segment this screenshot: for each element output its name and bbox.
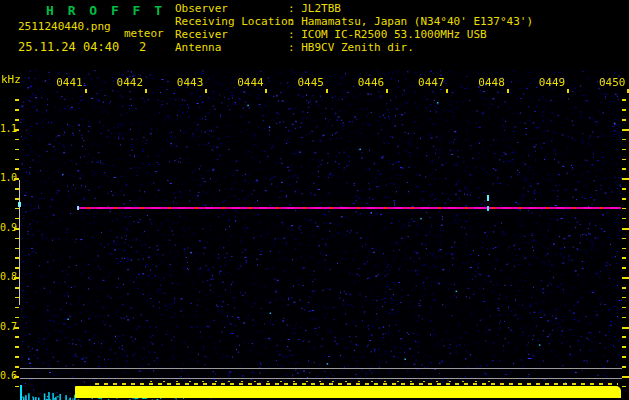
- hrofft-window: H R O F F T 2511240440.png meteor 25.11.…: [0, 0, 629, 400]
- freq-tick-minor: [15, 159, 19, 161]
- time-tick: [386, 89, 388, 93]
- freq-tick-minor: [15, 336, 19, 338]
- signal-level-bar: [75, 386, 621, 398]
- freq-tick-minor: [15, 139, 19, 141]
- freq-tick-right-major: [622, 327, 629, 329]
- freq-tick-minor: [15, 307, 19, 309]
- carrier-line-start-dot: [77, 206, 79, 210]
- station-row-value: : Hamamatsu, Japan (N34°40' E137°43'): [288, 15, 533, 28]
- time-tick-label: 0441: [56, 76, 83, 89]
- capture-filename: 2511240440.png: [18, 20, 111, 33]
- freq-tick-right-minor: [622, 188, 626, 190]
- station-row: Observer: JL2TBB: [175, 2, 533, 15]
- freq-tick-label: 0.7: [0, 321, 15, 332]
- freq-tick-right-minor: [622, 346, 626, 348]
- freq-tick-right-minor: [622, 119, 626, 121]
- freq-tick-right-minor: [622, 159, 626, 161]
- station-row-label: Antenna: [175, 41, 288, 54]
- time-tick: [507, 89, 509, 93]
- level-bar-speckle-row: [95, 383, 618, 385]
- freq-tick-minor: [15, 356, 19, 358]
- time-tick-label: 0450: [599, 76, 626, 89]
- freq-tick-right-minor: [622, 317, 626, 319]
- time-tick-label: 0449: [539, 76, 566, 89]
- freq-tick-right-minor: [622, 307, 626, 309]
- time-tick: [326, 89, 328, 93]
- freq-tick-major: [14, 129, 19, 131]
- station-row-value: : ICOM IC-R2500 53.1000MHz USB: [288, 28, 487, 41]
- freq-tick-major: [14, 327, 19, 329]
- freq-tick-right-minor: [622, 109, 626, 111]
- freq-tick-label: 1.1: [0, 123, 15, 134]
- time-tick-label: 0444: [237, 76, 264, 89]
- time-tick: [446, 89, 448, 93]
- level-scale-line-upper: [20, 368, 622, 369]
- capture-count: 2: [139, 40, 146, 54]
- time-tick: [85, 89, 87, 93]
- freq-tick-right-major: [622, 178, 629, 180]
- freq-tick-right-minor: [622, 198, 626, 200]
- time-tick: [205, 89, 207, 93]
- freq-tick-minor: [15, 99, 19, 101]
- freq-tick-right-minor: [622, 168, 626, 170]
- freq-tick-minor: [15, 168, 19, 170]
- freq-tick-minor: [15, 386, 19, 388]
- carrier-signal-line: [78, 207, 621, 209]
- app-title: H R O F F T: [46, 3, 165, 18]
- freq-tick-label: 0.6: [0, 370, 15, 381]
- capture-datetime: 25.11.24 04:40: [18, 40, 119, 54]
- freq-tick-right-minor: [622, 257, 626, 259]
- freq-tick-major: [14, 376, 19, 378]
- time-tick-label: 0446: [358, 76, 385, 89]
- level-scale-line-lower: [20, 378, 622, 379]
- freq-tick-right-minor: [622, 287, 626, 289]
- freq-tick-right-minor: [622, 99, 626, 101]
- freq-tick-right-minor: [622, 149, 626, 151]
- freq-tick-right-minor: [622, 139, 626, 141]
- time-tick: [145, 89, 147, 93]
- freq-axis-unit-label: kHz: [1, 73, 21, 86]
- freq-tick-right-major: [622, 376, 629, 378]
- freq-tick-right-major: [622, 129, 629, 131]
- time-tick-label: 0447: [418, 76, 445, 89]
- freq-tick-right-minor: [622, 248, 626, 250]
- freq-tick-right-minor: [622, 208, 626, 210]
- freq-tick-label: 1.0: [0, 172, 15, 183]
- station-row-label: Observer: [175, 2, 288, 15]
- time-tick: [567, 89, 569, 93]
- level-bar-speckle-row-2: [150, 381, 490, 382]
- freq-tick-right-minor: [622, 238, 626, 240]
- station-row-label: Receiver: [175, 28, 288, 41]
- freq-tick-minor: [15, 149, 19, 151]
- freq-tick-right-major: [622, 277, 629, 279]
- station-info: Observer: JL2TBBReceiving Location: Hama…: [175, 2, 533, 54]
- freq-tick-right-minor: [622, 386, 626, 388]
- station-row-value: : HB9CV Zenith dir.: [288, 41, 414, 54]
- station-row: Antenna: HB9CV Zenith dir.: [175, 41, 533, 54]
- freq-tick-right-minor: [622, 297, 626, 299]
- freq-tick-minor: [15, 366, 19, 368]
- freq-tick-minor: [15, 119, 19, 121]
- station-row: Receiver: ICOM IC-R2500 53.1000MHz USB: [175, 28, 533, 41]
- freq-tick-right-minor: [622, 356, 626, 358]
- time-tick: [265, 89, 267, 93]
- freq-tick-minor: [15, 346, 19, 348]
- freq-tick-minor: [15, 109, 19, 111]
- freq-tick-right-major: [622, 228, 629, 230]
- spectrogram-noise-field: [20, 70, 622, 400]
- capture-mode-label: meteor: [124, 27, 164, 40]
- time-tick-label: 0442: [117, 76, 144, 89]
- station-row-value: : JL2TBB: [288, 2, 341, 15]
- freq-tick-right-minor: [622, 218, 626, 220]
- freq-tick-right-minor: [622, 267, 626, 269]
- edge-signal-dot: [18, 202, 21, 207]
- station-row: Receiving Location: Hamamatsu, Japan (N3…: [175, 15, 533, 28]
- time-tick-label: 0443: [177, 76, 204, 89]
- time-tick-label: 0445: [297, 76, 324, 89]
- time-tick-label: 0448: [478, 76, 505, 89]
- freq-tick-label: 0.8: [0, 271, 15, 282]
- meteor-echo-mark-upper: [487, 195, 489, 201]
- freq-tick-label: 0.9: [0, 222, 15, 233]
- meteor-echo-mark-lower: [487, 206, 489, 211]
- freq-tick-right-minor: [622, 366, 626, 368]
